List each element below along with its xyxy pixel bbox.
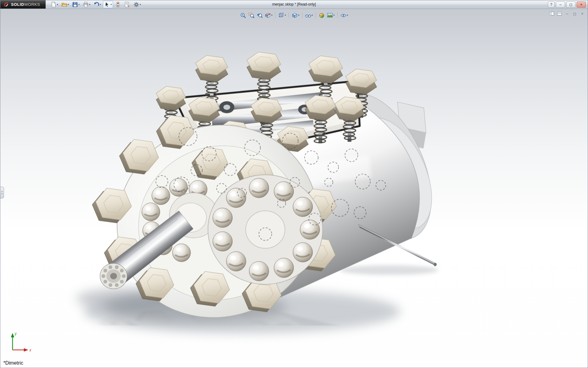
orientation-triad: x y (7, 330, 34, 356)
triad-x-arrow (24, 348, 28, 352)
dropdown-caret: ▾ (89, 3, 90, 6)
close-document-glyph: × (581, 12, 583, 16)
dropdown-caret: ▾ (78, 3, 80, 6)
select-icon (104, 2, 110, 8)
title-bar: SOLIDWORKS ▾▾▾▾▾▾▾ menjac sklop * [Read-… (0, 0, 588, 9)
graphics-viewport[interactable]: ▾▾▾▾▾▾ –◻× x y *Dimetric (0, 9, 588, 368)
previous-view-button[interactable] (255, 11, 263, 19)
section-view-icon (265, 12, 271, 18)
dropdown-caret: ▾ (334, 14, 335, 17)
previous-view-icon (256, 12, 262, 18)
edit-appearance-icon (319, 12, 325, 18)
brand-bold: SOLID (11, 2, 24, 7)
solidworks-logo-icon (3, 2, 9, 7)
file-properties-icon (124, 2, 130, 8)
triad-y-arrow (11, 333, 14, 337)
minimize-button[interactable]: – (556, 2, 565, 8)
open-document-button[interactable]: ▾ (60, 1, 70, 8)
split-view-button[interactable] (557, 11, 562, 16)
window-controls: ? – ◻ × (548, 2, 588, 8)
dropdown-caret: ▾ (271, 14, 272, 17)
apply-scene-button[interactable]: ▾ (326, 11, 336, 19)
hide-show-items-button[interactable]: ▾ (304, 11, 314, 19)
display-style-icon (292, 12, 298, 18)
brand-light: WORKS (24, 2, 40, 7)
restore-document-glyph: ◻ (573, 12, 576, 16)
dropdown-caret: ▾ (285, 14, 286, 17)
select-button[interactable]: ▾ (103, 1, 113, 8)
view-settings-button[interactable]: ▾ (340, 11, 349, 19)
options-button[interactable]: ▾ (132, 1, 142, 8)
heads-up-toolbar: ▾▾▾▾▾▾ (239, 11, 349, 19)
zoom-to-fit-icon (240, 12, 246, 18)
zoom-to-area-icon (248, 12, 254, 18)
file-properties-button[interactable] (123, 1, 131, 8)
restore-document-button[interactable]: ◻ (572, 11, 577, 16)
help-button[interactable]: ? (548, 2, 555, 8)
dropdown-caret: ▾ (68, 3, 69, 6)
split-view-icon (557, 11, 562, 16)
document-window-controls: –◻× (549, 11, 585, 16)
minimize-document-glyph: – (566, 12, 568, 16)
close-document-button[interactable]: × (580, 11, 585, 16)
show-panes-button[interactable] (549, 11, 554, 16)
print-icon (83, 2, 89, 8)
hide-show-items-icon (305, 12, 311, 18)
toolbar-separator (275, 13, 275, 18)
solidworks-logo: SOLIDWORKS (0, 0, 46, 9)
triad-y-label: y (14, 332, 17, 336)
close-button[interactable]: × (577, 2, 586, 8)
toolbar-separator (337, 13, 338, 18)
rebuild-icon (115, 2, 121, 8)
toolbar-separator (302, 13, 303, 18)
brand-text: SOLIDWORKS (11, 2, 40, 7)
toolbar-separator (316, 13, 316, 18)
options-icon (133, 2, 139, 8)
save-icon (72, 2, 78, 8)
undo-button[interactable]: ▾ (92, 1, 102, 8)
view-orientation-button[interactable]: ▾ (277, 11, 287, 19)
dropdown-caret: ▾ (111, 3, 112, 6)
dropdown-caret: ▾ (312, 14, 313, 17)
new-document-icon (51, 2, 57, 8)
view-orientation-label: *Dimetric (3, 360, 23, 366)
dropdown-caret: ▾ (140, 3, 141, 6)
restore-button[interactable]: ◻ (566, 2, 575, 8)
solidworks-window: SOLIDWORKS ▾▾▾▾▾▾▾ menjac sklop * [Read-… (0, 0, 588, 368)
main-toolbar: ▾▾▾▾▾▾▾ (49, 1, 142, 8)
new-document-button[interactable]: ▾ (49, 1, 59, 8)
edit-appearance-button[interactable] (318, 11, 326, 19)
display-style-button[interactable]: ▾ (291, 11, 300, 19)
save-button[interactable]: ▾ (71, 1, 81, 8)
view-orientation-icon (278, 12, 284, 18)
dropdown-caret: ▾ (57, 3, 58, 6)
zoom-to-area-button[interactable] (247, 11, 255, 19)
dropdown-caret: ▾ (298, 14, 299, 17)
toolbar-separator (288, 13, 289, 18)
feature-panel-collapsed-handle[interactable] (0, 187, 4, 198)
section-view-button[interactable]: ▾ (264, 11, 273, 19)
minimize-document-button[interactable]: – (564, 11, 570, 16)
open-document-icon (61, 2, 67, 8)
undo-icon (93, 2, 100, 8)
apply-scene-icon (327, 12, 333, 18)
window-title: menjac sklop * [Read-only] (272, 0, 316, 9)
model-canvas[interactable] (0, 9, 588, 368)
rebuild-button[interactable] (114, 1, 122, 8)
dropdown-caret: ▾ (100, 3, 101, 6)
show-panes-icon (549, 11, 554, 16)
zoom-to-fit-button[interactable] (239, 11, 247, 19)
triad-x-label: x (29, 348, 32, 352)
view-settings-icon (341, 12, 347, 18)
print-button[interactable]: ▾ (81, 1, 92, 8)
dropdown-caret: ▾ (347, 14, 348, 17)
